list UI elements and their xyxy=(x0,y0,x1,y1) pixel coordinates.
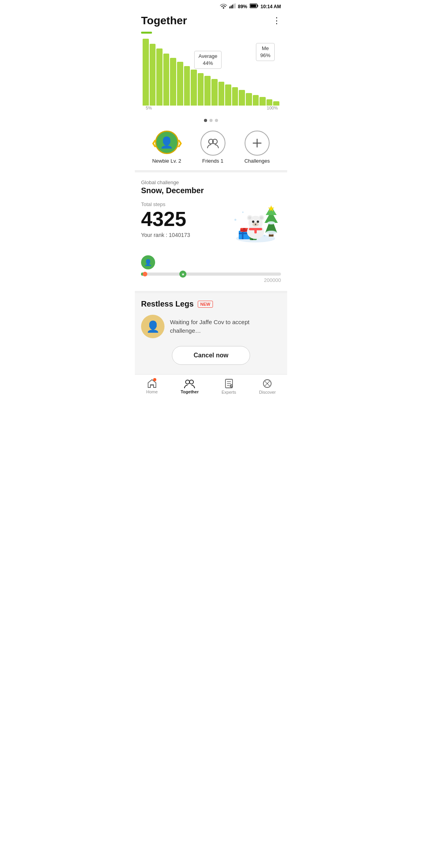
friends-label: Friends 1 xyxy=(202,158,223,164)
dot-2[interactable] xyxy=(209,119,213,122)
battery-icon xyxy=(250,4,258,9)
chart-left-label: 5% xyxy=(146,106,152,110)
bar-6 xyxy=(177,62,183,106)
challenges-label: Challenges xyxy=(244,158,270,164)
bar-17 xyxy=(253,95,259,106)
user-profile-item[interactable]: ❮ 👤 ❯ Newbie Lv. 2 xyxy=(152,131,181,164)
me-value: 96% xyxy=(260,52,270,59)
nav-discover-label: Discover xyxy=(259,390,276,395)
challenge-subtitle: Global challenge xyxy=(141,179,281,185)
restless-section: Restless Legs NEW 👤 Waiting for Jaffe Co… xyxy=(135,293,287,374)
friends-item[interactable]: Friends 1 xyxy=(200,131,225,164)
profile-section: ❮ 👤 ❯ Newbie Lv. 2 Friends 1 Cha xyxy=(135,127,287,172)
svg-rect-7 xyxy=(250,5,256,7)
bar-4 xyxy=(163,54,170,106)
progress-start-dot xyxy=(143,272,147,276)
svg-point-17 xyxy=(266,231,277,235)
progress-end-value: 200000 xyxy=(141,277,281,283)
average-tooltip: Average 44% xyxy=(194,51,222,69)
restless-header: Restless Legs NEW xyxy=(141,299,281,308)
challenges-icon-circle xyxy=(245,131,270,156)
more-options-icon[interactable]: ⋮ xyxy=(272,16,281,26)
progress-avatar-icon: 👤 xyxy=(144,259,152,266)
invite-text: Waiting for Jaffe Cov to accept challeng… xyxy=(170,318,281,335)
svg-point-33 xyxy=(248,216,251,219)
new-badge: NEW xyxy=(198,301,213,308)
progress-section: 👤 ★ 200000 xyxy=(135,251,287,293)
chart-indicator xyxy=(141,32,152,34)
avatar-container: ❮ 👤 ❯ xyxy=(154,131,179,156)
bar-11 xyxy=(211,79,218,106)
nav-item-home[interactable]: Home xyxy=(146,379,157,394)
dot-1[interactable] xyxy=(204,119,207,122)
average-label: Average xyxy=(198,53,217,60)
chevron-left-icon: ❮ xyxy=(151,139,157,147)
nav-item-experts[interactable]: Experts xyxy=(222,378,236,395)
average-value: 44% xyxy=(198,60,217,67)
signal-icon xyxy=(229,3,236,10)
challenge-body: Total steps 4325 Your rank : 1040173 xyxy=(141,201,281,244)
time-display: 10:14 AM xyxy=(261,4,281,9)
svg-point-18 xyxy=(267,221,275,224)
svg-text:❄: ❄ xyxy=(234,218,237,222)
svg-point-37 xyxy=(257,221,259,223)
bar-13 xyxy=(225,84,231,106)
cancel-now-button[interactable]: Cancel now xyxy=(172,346,250,365)
svg-rect-4 xyxy=(235,4,236,9)
invite-avatar-icon: 👤 xyxy=(146,320,160,333)
bar-19 xyxy=(266,99,273,106)
me-tooltip: Me 96% xyxy=(256,43,275,61)
chevron-right-icon: ❯ xyxy=(177,139,182,147)
status-bar: 89% 10:14 AM xyxy=(135,0,287,11)
me-label: Me xyxy=(260,45,270,52)
home-notification-dot xyxy=(153,378,156,381)
bar-15 xyxy=(239,90,245,106)
bar-12 xyxy=(218,82,225,106)
svg-point-36 xyxy=(252,221,254,223)
bar-2 xyxy=(150,44,156,106)
progress-bar-container: ★ xyxy=(141,273,281,276)
user-avatar: 👤 xyxy=(155,131,179,154)
progress-avatar: 👤 xyxy=(141,255,155,269)
steps-value: 4325 xyxy=(141,208,230,230)
svg-rect-41 xyxy=(254,228,257,233)
svg-rect-25 xyxy=(240,230,248,231)
nav-together-label: Together xyxy=(181,389,198,394)
together-icon xyxy=(184,379,195,388)
svg-rect-2 xyxy=(232,5,233,9)
nav-home-label: Home xyxy=(146,389,157,394)
dot-3[interactable] xyxy=(215,119,218,122)
nav-item-discover[interactable]: Discover xyxy=(259,378,276,395)
battery-percentage: 89% xyxy=(238,4,247,9)
challenges-item[interactable]: Challenges xyxy=(244,131,270,164)
bear-illustration: ❄ ❄ ❄ xyxy=(230,201,281,244)
svg-point-35 xyxy=(260,216,263,219)
bar-20 xyxy=(273,101,279,106)
svg-rect-21 xyxy=(242,231,243,239)
experts-icon xyxy=(224,378,234,389)
chart-right-label: 100% xyxy=(267,106,278,110)
chart-section: Average 44% Me 96% 5% 100% xyxy=(135,32,287,117)
rank-text: Your rank : 1040173 xyxy=(141,232,230,238)
svg-text:❄: ❄ xyxy=(263,234,266,237)
plus-icon xyxy=(252,138,263,149)
challenge-invite: 👤 Waiting for Jaffe Cov to accept challe… xyxy=(141,315,281,338)
nav-item-together[interactable]: Together xyxy=(181,379,198,394)
bar-7 xyxy=(184,66,190,106)
svg-point-45 xyxy=(186,380,190,384)
challenge-stats: Total steps 4325 Your rank : 1040173 xyxy=(141,201,230,238)
bar-10 xyxy=(204,76,211,106)
bar-chart: Average 44% Me 96% 5% 100% xyxy=(141,35,281,113)
challenge-section: Global challenge Snow, December Total st… xyxy=(135,172,287,251)
bar-9 xyxy=(198,73,204,106)
app-header: Together ⋮ xyxy=(135,11,287,32)
svg-point-46 xyxy=(190,380,193,384)
bar-8 xyxy=(191,70,197,106)
bottom-nav: Home Together Experts xyxy=(135,374,287,400)
steps-label: Total steps xyxy=(141,201,230,207)
friends-icon-circle xyxy=(200,131,225,156)
progress-milestone-star: ★ xyxy=(179,271,186,278)
bar-3 xyxy=(156,48,163,106)
bar-1 xyxy=(143,39,149,106)
restless-title: Restless Legs xyxy=(141,299,194,308)
